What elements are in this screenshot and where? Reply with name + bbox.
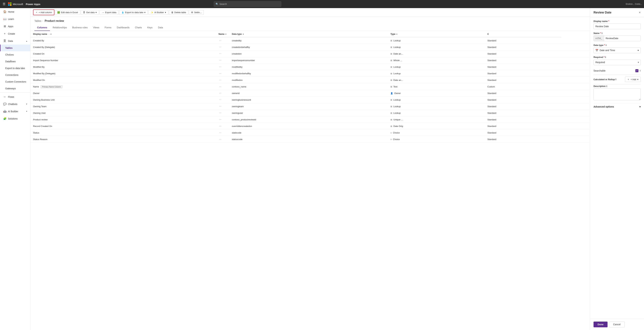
sidebar-item-solutions[interactable]: 🧩 Solutions [0, 115, 30, 122]
cancel-button[interactable]: Cancel [609, 322, 625, 327]
row-menu-icon[interactable]: ··· [218, 112, 222, 114]
cell-dots[interactable]: ··· [216, 123, 229, 130]
sidebar-item-tables[interactable]: Tables [0, 44, 30, 51]
row-menu-icon[interactable]: ··· [218, 92, 222, 94]
settings-button[interactable]: ⚙ Settin... [189, 10, 204, 15]
sidebar-item-flows[interactable]: ↔ Flows [0, 93, 30, 100]
row-menu-icon[interactable]: ··· [218, 46, 222, 48]
get-data-button[interactable]: 🗄 Get data ▾ [81, 10, 99, 15]
sidebar-item-learn[interactable]: 📖 Learn [0, 15, 30, 22]
search-input[interactable] [220, 3, 280, 6]
cell-dots[interactable]: ··· [216, 77, 229, 84]
table-row: Record Created On ··· overriddencreatedo… [30, 123, 590, 130]
export-lake-button[interactable]: 💧 Export to data lake ▾ [119, 10, 148, 15]
ai-chevron-icon: ▾ [165, 11, 166, 14]
delete-table-button[interactable]: 🗑 Delete table [169, 10, 188, 15]
tab-forms[interactable]: Forms [102, 24, 114, 31]
cell-dots[interactable]: ··· [216, 103, 229, 110]
breadcrumb-tables[interactable]: Tables [34, 20, 41, 22]
calc-info-icon[interactable]: ℹ [616, 78, 616, 80]
row-menu-icon[interactable]: ··· [218, 131, 222, 134]
tab-relationships[interactable]: Relationships [50, 24, 70, 31]
tab-businessrules[interactable]: Business rules [70, 24, 90, 31]
desc-info-icon[interactable]: ℹ [606, 85, 607, 88]
done-button[interactable]: Done [594, 322, 608, 327]
sidebar-item-apps[interactable]: ⊞ Apps [0, 22, 30, 30]
desc-textarea[interactable] [594, 88, 640, 100]
row-menu-icon[interactable]: ··· [218, 65, 222, 68]
required-select[interactable]: Required Optional [594, 60, 640, 65]
sidebar-item-create[interactable]: ＋ Create [0, 30, 30, 38]
cell-dots[interactable]: ··· [216, 90, 229, 96]
ai-icon: 🤖 [3, 110, 6, 113]
cell-dots[interactable]: ··· [216, 84, 229, 90]
add-calc-button[interactable]: ＋ + Add ▾ [625, 77, 640, 82]
name-col-chevron-icon[interactable]: ▾ [225, 33, 226, 35]
cell-dots[interactable]: ··· [216, 130, 229, 136]
sidebar-item-data[interactable]: 🗄 Data ▲ [0, 38, 30, 44]
data-type-value: Date and Time [600, 49, 615, 52]
row-menu-icon[interactable]: ··· [218, 39, 222, 42]
sidebar-item-choices[interactable]: Choices [0, 51, 30, 58]
cell-dots[interactable]: ··· [216, 116, 229, 123]
searchable-info-icon[interactable]: ℹ [640, 70, 640, 72]
searchable-checkbox[interactable] [636, 69, 638, 72]
tab-keys[interactable]: Keys [145, 24, 155, 31]
col-header-datatype[interactable]: Data type ▾ [229, 31, 388, 37]
cell-dots[interactable]: ··· [216, 96, 229, 103]
datatype-col-chevron-icon[interactable]: ▾ [243, 33, 244, 35]
add-column-button[interactable]: ＋ + Add column [33, 10, 54, 15]
tab-columns[interactable]: Columns [34, 24, 50, 31]
ai-builder-button[interactable]: ✨ AI Builder ▾ [148, 10, 168, 15]
sidebar-item-connections[interactable]: Connections [0, 72, 30, 78]
row-menu-icon[interactable]: ··· [218, 59, 222, 62]
sidebar-item-chatbots[interactable]: 💬 Chatbots ▼ [0, 100, 30, 108]
tab-dashboards[interactable]: Dashboards [114, 24, 132, 31]
cell-dots[interactable]: ··· [216, 44, 229, 50]
col-header-displayname[interactable]: Display name ↑ ▾ [30, 31, 216, 37]
advanced-options-row[interactable]: Advanced options ▾ [594, 104, 640, 110]
row-menu-icon[interactable]: ··· [218, 98, 222, 101]
name-prefix-input[interactable] [604, 36, 640, 41]
display-name-input[interactable] [594, 24, 640, 29]
cell-dots[interactable]: ··· [216, 64, 229, 70]
panel-close-button[interactable]: × [639, 11, 640, 14]
sidebar-item-export[interactable]: Export to data lake [0, 65, 30, 72]
cell-dots[interactable]: ··· [216, 37, 229, 44]
sidebar-item-aibuilder[interactable]: 🤖 AI Builder ▼ [0, 108, 30, 115]
type-col-chevron-icon[interactable]: ▾ [396, 33, 397, 35]
row-menu-icon[interactable]: ··· [218, 105, 222, 108]
dt-info-icon[interactable]: ℹ [606, 44, 606, 46]
export-data-button[interactable]: → Export data [100, 10, 118, 15]
row-menu-icon[interactable]: ··· [218, 124, 222, 128]
data-type-select[interactable]: 📅 Date and Time ▾ [594, 48, 640, 53]
cell-dots[interactable]: ··· [216, 50, 229, 57]
hamburger-icon[interactable]: ☰ [2, 2, 6, 6]
cell-dots[interactable]: ··· [216, 110, 229, 116]
req-info-icon[interactable]: ℹ [605, 56, 606, 58]
row-menu-icon[interactable]: ··· [218, 85, 222, 88]
cell-dots[interactable]: ··· [216, 57, 229, 64]
cell-dots[interactable]: ··· [216, 70, 229, 77]
sidebar-item-home[interactable]: 🏠 Home [0, 8, 30, 15]
row-menu-icon[interactable]: ··· [218, 72, 222, 75]
row-menu-icon[interactable]: ··· [218, 78, 222, 81]
row-menu-icon[interactable]: ··· [218, 52, 222, 55]
cell-display-name: Name Primary Name Column [30, 84, 216, 90]
col-chevron-icon[interactable]: ▾ [50, 33, 52, 35]
col-header-type[interactable]: Type ▾ [388, 31, 485, 37]
tab-data[interactable]: Data [155, 24, 166, 31]
row-menu-icon[interactable]: ··· [218, 118, 222, 121]
name-info-icon[interactable]: ℹ [602, 32, 602, 34]
col-header-name[interactable]: Name ▾ [216, 31, 229, 37]
sidebar-item-connectors[interactable]: Custom Connectors [0, 78, 30, 85]
cell-type: Custom [485, 84, 561, 90]
sidebar-item-gateways[interactable]: Gateways [0, 85, 30, 92]
tab-charts[interactable]: Charts [132, 24, 144, 31]
row-menu-icon[interactable]: ··· [218, 138, 222, 140]
breadcrumb: Tables › Product review [34, 20, 586, 22]
edit-excel-button[interactable]: 🟩 Edit data in Excel [55, 10, 80, 15]
cell-dots[interactable]: ··· [216, 136, 229, 143]
tab-views[interactable]: Views [90, 24, 102, 31]
sidebar-item-dataflows[interactable]: Dataflows [0, 58, 30, 65]
